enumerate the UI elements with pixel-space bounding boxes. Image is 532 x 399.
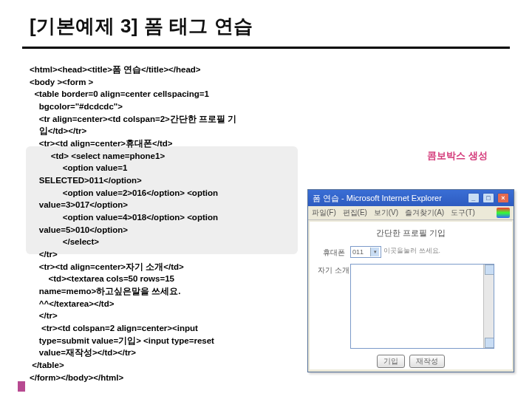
submit-button[interactable]: 기입 bbox=[377, 355, 405, 368]
ie-logo-icon bbox=[497, 208, 510, 218]
annotation-combobox: 콤보박스 생성 bbox=[427, 149, 488, 163]
browser-preview: 폼 연습 - Microsoft Internet Explorer _ □ ×… bbox=[307, 189, 514, 372]
reset-button[interactable]: 재작성 bbox=[409, 355, 445, 368]
label-phone: 휴대폰 bbox=[317, 246, 350, 258]
menu-view[interactable]: 보기(V) bbox=[374, 208, 398, 216]
browser-title-text: 폼 연습 - Microsoft Internet Explorer bbox=[313, 193, 442, 204]
phone-select-value: 011 bbox=[352, 248, 364, 256]
form-heading: 간단한 프로필 기입 bbox=[317, 228, 505, 239]
intro-textarea[interactable] bbox=[350, 264, 494, 349]
chevron-down-icon[interactable]: ▾ bbox=[370, 248, 379, 256]
window-controls: _ □ × bbox=[467, 193, 509, 203]
menu-edit[interactable]: 편집(E) bbox=[343, 208, 367, 216]
minimize-icon[interactable]: _ bbox=[468, 193, 480, 203]
phone-select[interactable]: 011 ▾ bbox=[350, 246, 381, 258]
code-listing: <html><head><title>폼 연습</title></head> <… bbox=[30, 64, 299, 383]
maximize-icon[interactable]: □ bbox=[482, 193, 494, 203]
close-icon[interactable]: × bbox=[497, 193, 509, 203]
label-intro: 자기 소개 bbox=[317, 264, 350, 276]
slide-end-marker bbox=[18, 381, 25, 392]
menu-tools[interactable]: 도구(T) bbox=[451, 208, 475, 216]
title-underline bbox=[22, 47, 510, 49]
browser-viewport: 간단한 프로필 기입 휴대폰 011 ▾ 이곳을눌러 쓰세요. 자기 소개 기입… bbox=[310, 222, 512, 369]
vertical-scrollbar[interactable] bbox=[483, 265, 494, 348]
menu-file[interactable]: 파일(F) bbox=[312, 208, 336, 216]
slide-title: [기본예제 3] 폼 태그 연습 bbox=[0, 0, 532, 44]
browser-titlebar: 폼 연습 - Microsoft Internet Explorer _ □ × bbox=[308, 190, 514, 206]
browser-menubar: 파일(F) 편집(E) 보기(V) 즐겨찾기(A) 도구(T) bbox=[308, 206, 514, 220]
phone-hint: 이곳을눌러 쓰세요. bbox=[383, 246, 440, 256]
menu-fav[interactable]: 즐겨찾기(A) bbox=[405, 208, 444, 216]
